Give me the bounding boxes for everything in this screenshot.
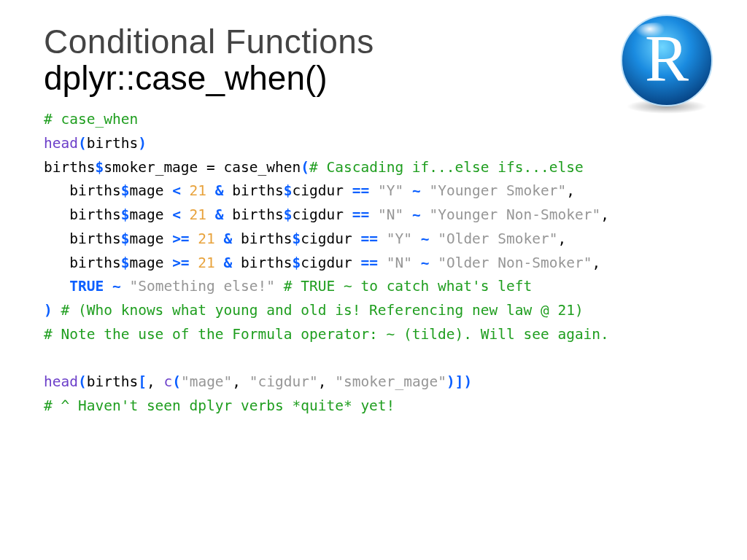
code-line: births$smoker_mage = case_when(# Cascadi…	[44, 159, 584, 176]
r-logo: R	[616, 13, 718, 115]
code-line: # ^ Haven't seen dplyr verbs *quite* yet…	[44, 397, 395, 414]
code-line: head(births[, c("mage", "cigdur", "smoke…	[44, 373, 472, 390]
code-line: TRUE ~ "Something else!" # TRUE ~ to cat…	[44, 278, 532, 295]
r-logo-letter: R	[645, 23, 689, 95]
code-line: head(births)	[44, 135, 147, 152]
code-line: births$mage < 21 & births$cigdur == "Y" …	[44, 182, 575, 199]
slide-title: Conditional Functions	[44, 22, 711, 61]
code-block: # case_when head(births) births$smoker_m…	[44, 108, 711, 419]
code-line: births$mage >= 21 & births$cigdur == "N"…	[44, 254, 600, 271]
slide-subtitle: dplyr::case_when()	[44, 58, 711, 98]
slide: R Conditional Functions dplyr::case_when…	[0, 0, 747, 560]
code-line: births$mage < 21 & births$cigdur == "N" …	[44, 206, 609, 223]
code-line: # Note the use of the Formula operator: …	[44, 326, 609, 343]
code-line: births$mage >= 21 & births$cigdur == "Y"…	[44, 230, 566, 247]
code-line: ) # (Who knows what young and old is! Re…	[44, 302, 584, 319]
code-line: # case_when	[44, 111, 138, 128]
